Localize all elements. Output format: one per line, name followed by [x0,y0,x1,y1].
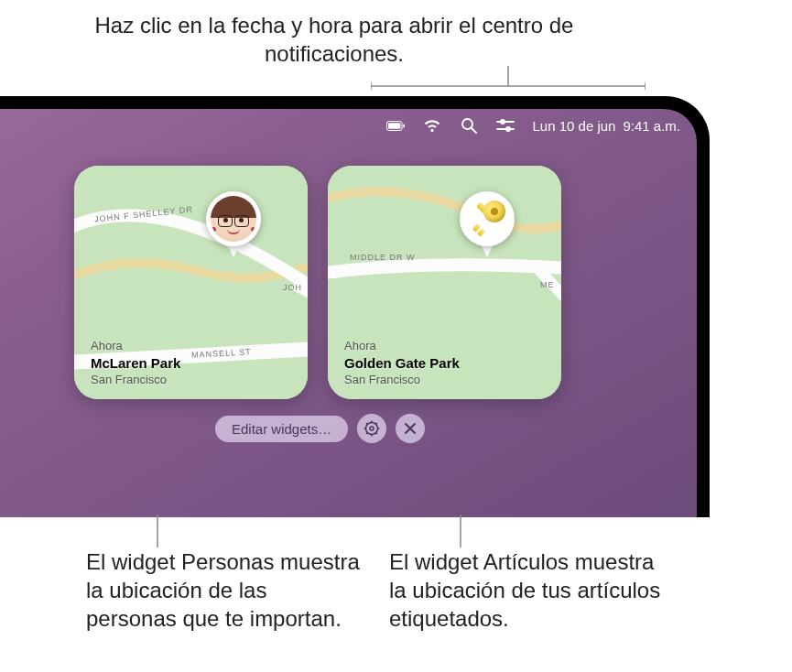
svg-rect-2 [403,124,405,127]
desktop-screen: Lun 10 de jun 9:41 a.m. JOHN F SHELLEY D… [0,109,697,517]
widget-location-name: McLaren Park [91,355,180,371]
gear-icon [363,420,380,437]
edit-widgets-button[interactable]: Editar widgets… [215,416,348,442]
person-pin [206,191,261,260]
map-road-label: MIDDLE DR W [350,253,416,262]
edit-widgets-bar: Editar widgets… [215,414,425,443]
map-road-label: JOH [283,283,302,292]
avatar-icon [211,196,256,242]
widget-info: Ahora Golden Gate Park San Francisco [344,339,460,386]
svg-point-8 [505,126,511,132]
callout-people-widget: El widget Personas muestra la ubicación … [86,547,361,634]
svg-line-18 [375,432,377,434]
widget-people[interactable]: JOHN F SHELLEY DR MANSELL ST JOH [74,166,308,399]
callout-items-widget: El widget Artículos muestra la ubicación… [389,547,673,634]
control-center-icon[interactable] [496,116,515,135]
menubar: Lun 10 de jun 9:41 a.m. [0,109,697,142]
close-icon [404,422,417,435]
device-frame: Lun 10 de jun 9:41 a.m. JOHN F SHELLEY D… [0,96,710,517]
widget-items[interactable]: MIDDLE DR W ME [328,166,561,399]
widget-location-name: Golden Gate Park [344,355,460,371]
battery-icon[interactable] [386,116,405,135]
svg-point-12 [370,427,374,430]
wifi-icon[interactable] [423,116,441,135]
menubar-date: Lun 10 de jun [533,118,616,134]
svg-rect-1 [388,123,400,129]
svg-line-17 [366,423,368,425]
widget-timestamp: Ahora [91,339,180,352]
callout-datetime: Haz clic en la fecha y hora para abrir e… [60,11,609,68]
svg-line-20 [375,423,377,425]
search-icon[interactable] [460,116,478,135]
item-pin [460,191,515,260]
menubar-time: 9:41 a.m. [623,118,680,134]
map-road-label: ME [540,280,555,289]
svg-line-19 [366,432,368,434]
svg-line-4 [472,128,476,133]
widget-timestamp: Ahora [344,339,460,352]
widget-info: Ahora McLaren Park San Francisco [91,339,180,386]
widget-city: San Francisco [91,373,180,386]
key-icon [467,199,507,239]
widgets-row: JOHN F SHELLEY DR MANSELL ST JOH [74,166,561,399]
menubar-datetime[interactable]: Lun 10 de jun 9:41 a.m. [533,118,680,134]
svg-point-6 [500,119,505,125]
widget-city: San Francisco [344,373,460,386]
settings-button[interactable] [357,414,386,443]
close-button[interactable] [396,414,425,443]
